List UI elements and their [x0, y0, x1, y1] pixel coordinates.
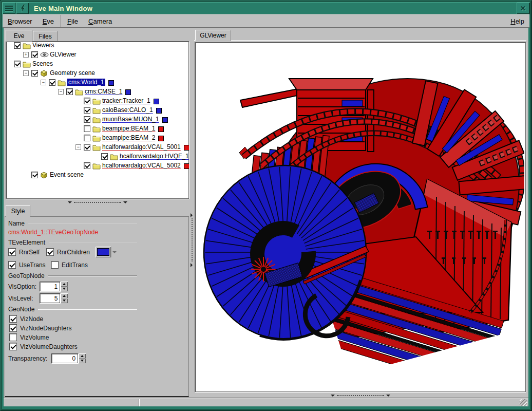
rnrchildren-checkbox[interactable]: [46, 248, 54, 256]
tree-checkbox[interactable]: [31, 51, 38, 58]
tree-item-label[interactable]: Viewers: [32, 42, 54, 49]
tree-checkbox[interactable]: [31, 172, 38, 178]
color-square-blue: [125, 89, 131, 95]
tree-item[interactable]: hcalforwardalgo:VCAL_5002: [6, 161, 189, 171]
chevron-down-icon: [112, 251, 117, 253]
tree-item-label[interactable]: Scenes: [32, 60, 53, 67]
tree-item[interactable]: Event scene: [6, 171, 189, 180]
tree-checkbox[interactable]: [14, 42, 21, 49]
viznode-checkbox[interactable]: [9, 315, 17, 323]
tree-checkbox[interactable]: [101, 153, 108, 160]
tree-item[interactable]: tracker:Tracker_1: [6, 97, 189, 106]
vislevel-entry[interactable]: 5: [40, 293, 60, 303]
tab-glviewer[interactable]: GLViewer: [195, 30, 231, 41]
spin-up-icon: [63, 283, 66, 285]
expand-icon[interactable]: +: [23, 52, 29, 58]
title-bar[interactable]: Eve Main Window ✕: [2, 2, 530, 14]
rnrself-checkbox[interactable]: [8, 248, 16, 256]
tree-item-label[interactable]: GLViewer: [50, 51, 77, 58]
tree-checkbox[interactable]: [31, 70, 38, 77]
viznodedaughters-label: VizNodeDaughters: [20, 325, 72, 332]
gl-viewer-frame: [195, 42, 526, 392]
tree-item[interactable]: −Geometry scene: [6, 69, 189, 78]
vizvolumedaughters-checkbox[interactable]: [9, 343, 17, 350]
tab-files[interactable]: Files: [33, 31, 58, 41]
menu-help[interactable]: Help: [505, 17, 529, 25]
collapse-icon[interactable]: −: [58, 89, 64, 95]
tree-item[interactable]: beampipe:BEAM_1: [6, 124, 189, 134]
tree-item[interactable]: +GLViewer: [6, 50, 189, 60]
tree-item[interactable]: caloBase:CALO_1: [6, 106, 189, 115]
tree-item-label[interactable]: hcalforwardalgo:VCAL_5001: [102, 143, 181, 151]
collapse-icon[interactable]: −: [75, 144, 81, 150]
vislevel-spinner[interactable]: [61, 293, 68, 303]
tree-item-label[interactable]: beampipe:BEAM_2: [102, 134, 155, 141]
spin-up-icon: [81, 355, 84, 357]
close-icon: ✕: [520, 5, 526, 12]
transparency-entry[interactable]: 0: [51, 353, 78, 363]
menu-browser[interactable]: Browser: [3, 17, 37, 25]
menu-camera[interactable]: Camera: [83, 17, 117, 25]
tree-item-label[interactable]: tracker:Tracker_1: [102, 97, 150, 104]
tree-checkbox[interactable]: [84, 116, 90, 123]
collapse-icon[interactable]: −: [23, 70, 29, 76]
tab-style[interactable]: Style: [6, 205, 30, 216]
tree-item[interactable]: hcalforwardalgo:HVQF_1: [6, 152, 189, 161]
tree-item[interactable]: beampipe:BEAM_2: [6, 134, 189, 143]
tree-item-label[interactable]: caloBase:CALO_1: [102, 106, 153, 114]
tree-checkbox[interactable]: [84, 98, 90, 104]
left-horizontal-splitter[interactable]: [6, 200, 189, 204]
style-panel: Name cms:World_1::TEveGeoTopNode TEveEle…: [5, 216, 189, 397]
menu-eve[interactable]: Eve: [37, 17, 59, 25]
tree-checkbox[interactable]: [14, 61, 21, 67]
tree-checkbox[interactable]: [84, 162, 90, 169]
gl-viewer-canvas[interactable]: [195, 43, 524, 390]
color-picker-swatch[interactable]: [96, 247, 111, 257]
tree-item-label[interactable]: Geometry scene: [50, 69, 95, 77]
tab-eve[interactable]: Eve: [6, 30, 32, 41]
color-dropdown-button[interactable]: [111, 247, 118, 257]
usetrans-checkbox[interactable]: [8, 261, 16, 269]
transparency-spinner[interactable]: [79, 353, 86, 363]
tree-item-label[interactable]: beampipe:BEAM_1: [102, 125, 155, 132]
name-section-label: Name: [8, 220, 25, 227]
tree-checkbox[interactable]: [66, 88, 73, 95]
folder-icon: [23, 61, 31, 69]
tree-checkbox[interactable]: [84, 135, 90, 141]
tree-item-label[interactable]: hcalforwardalgo:HVQF_1: [120, 153, 189, 160]
tree-item[interactable]: −hcalforwardalgo:VCAL_5001: [6, 143, 189, 152]
viznodedaughters-checkbox[interactable]: [9, 324, 17, 332]
tree-checkbox[interactable]: [84, 125, 90, 132]
splitter-arrow-icon: [331, 395, 335, 397]
vertical-splitter[interactable]: [190, 29, 194, 397]
scene-icon: [40, 70, 48, 79]
tree-item-label[interactable]: hcalforwardalgo:VCAL_5002: [102, 162, 181, 169]
tree-item[interactable]: −cms:World_1: [6, 78, 189, 87]
tree-item[interactable]: muonBase:MUON_1: [6, 115, 189, 124]
close-button[interactable]: ✕: [517, 3, 529, 14]
visoption-entry[interactable]: 1: [40, 282, 60, 291]
resize-grip[interactable]: [520, 399, 527, 406]
right-horizontal-splitter[interactable]: [195, 393, 526, 398]
color-square-red: [184, 163, 189, 169]
edittrans-checkbox[interactable]: [51, 261, 59, 269]
app-icon-button[interactable]: [16, 3, 29, 14]
tree-item[interactable]: −cms:CMSE_1: [6, 87, 189, 97]
tree-item[interactable]: Scenes: [6, 60, 189, 69]
tree-checkbox[interactable]: [49, 79, 55, 86]
tree-item-label[interactable]: muonBase:MUON_1: [102, 116, 159, 123]
tree-item-label[interactable]: Event scene: [50, 171, 84, 178]
visoption-spinner[interactable]: [61, 282, 68, 291]
vizvolume-checkbox[interactable]: [9, 333, 17, 341]
scene-tree[interactable]: Viewers+GLViewerScenes−Geometry scene−cm…: [6, 41, 189, 199]
tree-item[interactable]: Viewers: [6, 41, 189, 50]
tree-checkbox[interactable]: [84, 144, 90, 151]
window-menu-button[interactable]: [3, 3, 15, 14]
menu-file[interactable]: File: [62, 17, 83, 25]
tree-item-label[interactable]: cms:World_1: [67, 79, 105, 86]
tree-item-label[interactable]: cms:CMSE_1: [85, 88, 122, 95]
collapse-icon[interactable]: −: [41, 80, 46, 85]
spin-up-icon: [63, 295, 66, 297]
rnrself-label: RnrSelf: [19, 249, 40, 256]
tree-checkbox[interactable]: [84, 107, 90, 114]
